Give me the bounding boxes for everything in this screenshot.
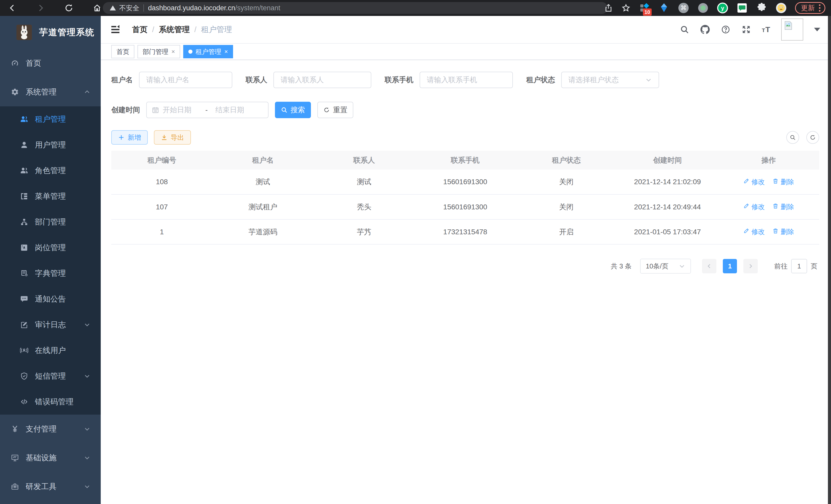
svg-text:y: y [721, 5, 724, 11]
cell-status: 关闭 [516, 170, 617, 195]
browser-forward-icon[interactable] [36, 3, 45, 12]
tenant-name-input[interactable] [139, 72, 232, 88]
tree-table-icon [20, 192, 28, 200]
sidebar-item-label: 角色管理 [35, 166, 66, 176]
peoples-icon [20, 167, 28, 175]
tab-1[interactable]: 部门管理× [138, 45, 180, 58]
cell-actions: 修改删除 [718, 219, 819, 244]
font-size-icon[interactable]: TT [762, 25, 770, 34]
extension-chat-icon[interactable] [737, 2, 748, 13]
breadcrumb: 首页 / 系统管理 / 租户管理 [132, 24, 232, 35]
extension-kite-icon[interactable] [658, 2, 670, 13]
add-button[interactable]: 新增 [111, 130, 148, 145]
security-warning-icon[interactable]: 不安全 [110, 4, 139, 12]
tab-0[interactable]: 首页 [111, 45, 134, 58]
code-icon [20, 398, 28, 406]
postcard-icon [20, 243, 28, 252]
extension-recorder-icon[interactable] [697, 2, 709, 13]
extensions-puzzle-icon[interactable] [756, 2, 767, 13]
browser-reload-icon[interactable] [64, 3, 74, 12]
next-page-button[interactable] [743, 259, 758, 273]
sidebar-item-14-money[interactable]: 支付管理 [0, 415, 101, 443]
cell-created: 2021-12-14 20:49:44 [617, 195, 718, 219]
profile-avatar-icon[interactable] [775, 2, 787, 13]
date-range-separator: - [205, 106, 208, 114]
search-button-label: 搜索 [291, 105, 305, 115]
trash-icon [772, 228, 779, 236]
search-button[interactable]: 搜索 [275, 102, 311, 118]
address-bar[interactable]: 不安全 dashboard.yudao.iocoder.cn/system/te… [103, 2, 608, 14]
chevron-down-icon [84, 426, 90, 432]
sidebar-item-15-monitor[interactable]: 基础设施 [0, 443, 101, 472]
fullscreen-icon[interactable] [741, 25, 751, 34]
cell-name: 测试 [212, 170, 314, 195]
extension-yuque-icon[interactable]: y [717, 2, 728, 13]
delete-link[interactable]: 删除 [772, 178, 794, 186]
header-search-icon[interactable] [680, 25, 689, 34]
export-button[interactable]: 导出 [154, 130, 191, 145]
browser-chrome: 不安全 dashboard.yudao.iocoder.cn/system/te… [0, 0, 831, 16]
close-tab-icon[interactable]: × [224, 49, 228, 55]
sidebar-item-3-user[interactable]: 用户管理 [0, 132, 101, 158]
sidebar-item-1-gear[interactable]: 系统管理 [0, 78, 101, 106]
breadcrumb-home[interactable]: 首页 [132, 24, 147, 35]
sidebar-item-16-toolbox[interactable]: 研发工具 [0, 472, 101, 501]
security-label: 不安全 [119, 4, 139, 12]
sidebar-item-2-peoples[interactable]: 租户管理 [0, 106, 101, 132]
window-edge-scrollbar [828, 16, 831, 504]
breadcrumb-system[interactable]: 系统管理 [159, 24, 190, 35]
edit-link[interactable]: 修改 [743, 227, 765, 236]
create-time-range-picker[interactable]: - [146, 102, 268, 118]
sidebar-item-10-edit-doc[interactable]: 审计日志 [0, 312, 101, 337]
sidebar-item-0-dashboard[interactable]: 首页 [0, 49, 101, 78]
user-avatar[interactable] [781, 19, 803, 40]
sidebar-item-9-message[interactable]: 通知公告 [0, 286, 101, 312]
logo-row[interactable]: 芋道管理系统 [0, 16, 101, 49]
browser-back-icon[interactable] [8, 3, 17, 12]
sidebar-item-label: 租户管理 [35, 114, 66, 125]
sidebar-item-11-online[interactable]: 在线用户 [0, 337, 101, 363]
sidebar-item-8-dict[interactable]: 字典管理 [0, 261, 101, 286]
contact-input[interactable] [274, 72, 371, 88]
goto-label: 前往 [774, 262, 787, 271]
cell-contact: 测试 [314, 170, 415, 195]
browser-menu-icon[interactable] [819, 4, 821, 11]
goto-page-input[interactable] [791, 259, 807, 273]
sidebar-item-12-shield[interactable]: 短信管理 [0, 363, 101, 389]
delete-link[interactable]: 删除 [772, 227, 794, 236]
prev-page-button[interactable] [702, 259, 716, 273]
start-date-input[interactable] [163, 106, 203, 114]
github-icon[interactable] [700, 25, 710, 34]
sidebar-collapse-icon[interactable] [110, 24, 121, 35]
extension-tampermonkey-icon[interactable]: 10 [639, 2, 650, 13]
share-icon[interactable] [604, 3, 613, 12]
page-size-select[interactable]: 10条/页 [640, 259, 691, 274]
help-icon[interactable] [721, 25, 730, 34]
edit-link[interactable]: 修改 [743, 202, 765, 211]
cell-id: 1 [111, 219, 212, 244]
sidebar-item-5-tree-table[interactable]: 菜单管理 [0, 183, 101, 209]
cell-id: 107 [111, 195, 212, 219]
bookmark-star-icon[interactable] [621, 3, 631, 12]
avatar-dropdown-icon[interactable] [814, 28, 820, 31]
close-tab-icon[interactable]: × [171, 49, 175, 55]
browser-update-button[interactable]: 更新 [795, 2, 825, 14]
sidebar-item-label: 研发工具 [26, 481, 57, 492]
browser-home-icon[interactable] [92, 3, 102, 12]
status-select[interactable]: 请选择租户状态 [561, 72, 659, 88]
tab-2[interactable]: 租户管理× [183, 45, 233, 58]
sidebar-item-13-code[interactable]: 错误码管理 [0, 389, 101, 415]
extension-command-icon[interactable]: ⌘ [678, 2, 689, 13]
sidebar-item-7-postcard[interactable]: 岗位管理 [0, 235, 101, 261]
sidebar-item-6-tree[interactable]: 部门管理 [0, 209, 101, 235]
toggle-search-button[interactable] [786, 131, 799, 144]
refresh-button[interactable] [806, 131, 819, 144]
end-date-input[interactable] [210, 106, 250, 114]
mobile-input[interactable] [420, 72, 513, 88]
delete-link[interactable]: 删除 [772, 202, 794, 211]
edit-link[interactable]: 修改 [743, 178, 765, 186]
page-number-1[interactable]: 1 [723, 259, 737, 273]
chevron-down-icon [679, 263, 685, 269]
reset-button[interactable]: 重置 [317, 102, 353, 118]
sidebar-item-4-peoples[interactable]: 角色管理 [0, 158, 101, 183]
